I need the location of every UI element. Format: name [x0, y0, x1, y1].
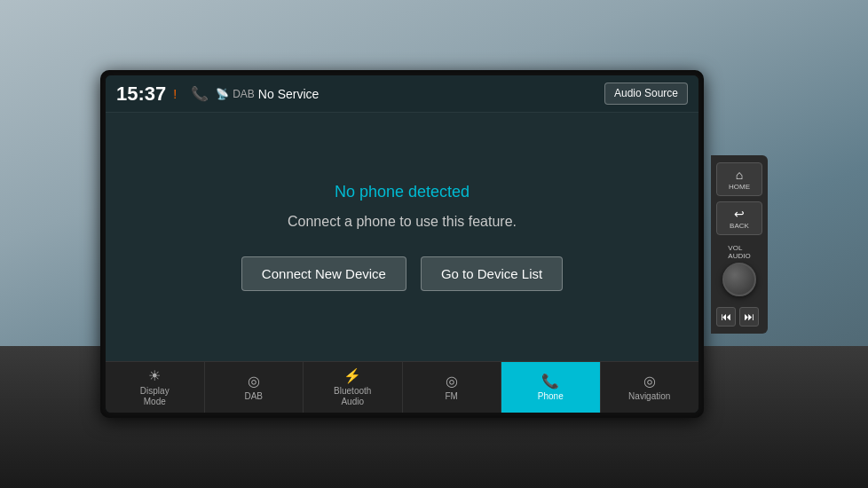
phone-nav-label: Phone: [538, 391, 564, 402]
back-icon: ↩: [734, 207, 745, 221]
volume-control: VOLAUDIO: [716, 244, 762, 296]
nav-item-bluetooth-audio[interactable]: ⚡ BluetoothAudio: [304, 362, 403, 413]
vol-label: VOLAUDIO: [728, 244, 750, 260]
clock-display: 15:37: [116, 83, 166, 106]
service-status: No Service: [258, 87, 604, 101]
signal-icon: 📡: [216, 88, 229, 100]
skip-back-button[interactable]: ⏮: [716, 307, 736, 327]
dab-nav-icon: ◎: [248, 373, 260, 390]
connect-new-device-button[interactable]: Connect New Device: [241, 256, 406, 291]
go-to-device-list-button[interactable]: Go to Device List: [421, 256, 563, 291]
home-icon: ⌂: [736, 168, 743, 182]
skip-controls: ⏮ ⏭: [716, 307, 762, 327]
home-label: HOME: [729, 183, 750, 191]
main-content: No phone detected Connect a phone to use…: [106, 113, 698, 361]
dab-nav-label: DAB: [244, 391, 263, 402]
nav-bar: ☀ DisplayMode ◎ DAB ⚡ BluetoothAudio ◎ F…: [106, 361, 698, 413]
side-controls: ⌂ HOME ↩ BACK VOLAUDIO ⏮ ⏭: [711, 155, 768, 334]
connect-phone-text: Connect a phone to use this feature.: [288, 214, 517, 230]
phone-nav-icon: 📞: [541, 373, 559, 390]
back-button[interactable]: ↩ BACK: [716, 201, 762, 235]
nav-item-dab[interactable]: ◎ DAB: [205, 362, 304, 413]
status-bar: 15:37 ! 📞 📡 DAB No Service Audio Source: [106, 75, 698, 113]
nav-item-fm[interactable]: ◎ FM: [403, 362, 502, 413]
screen: 15:37 ! 📞 📡 DAB No Service Audio Source …: [106, 75, 698, 413]
no-phone-title: No phone detected: [335, 183, 470, 201]
action-buttons-row: Connect New Device Go to Device List: [241, 256, 563, 291]
navigation-icon: ◎: [643, 373, 656, 390]
home-button[interactable]: ⌂ HOME: [716, 162, 762, 196]
back-label: BACK: [730, 222, 749, 230]
display-mode-label: DisplayMode: [140, 386, 170, 407]
audio-source-button[interactable]: Audio Source: [604, 83, 688, 106]
bluetooth-audio-label: BluetoothAudio: [334, 386, 371, 407]
phone-status-icon: 📞: [191, 85, 209, 102]
fm-icon: ◎: [446, 373, 458, 390]
nav-item-navigation[interactable]: ◎ Navigation: [601, 362, 699, 413]
screen-container: 15:37 ! 📞 📡 DAB No Service Audio Source …: [100, 70, 768, 418]
display-mode-icon: ☀: [148, 367, 161, 384]
bluetooth-icon: ⚡: [343, 367, 361, 384]
dab-label: DAB: [233, 88, 255, 100]
skip-forward-button[interactable]: ⏭: [739, 307, 759, 327]
navigation-label: Navigation: [628, 391, 670, 402]
screen-bezel: 15:37 ! 📞 📡 DAB No Service Audio Source …: [100, 70, 704, 418]
nav-item-display-mode[interactable]: ☀ DisplayMode: [106, 362, 205, 413]
alert-icon: !: [173, 87, 177, 101]
nav-item-phone[interactable]: 📞 Phone: [501, 362, 601, 413]
fm-label: FM: [446, 391, 458, 402]
volume-knob[interactable]: [722, 263, 756, 296]
